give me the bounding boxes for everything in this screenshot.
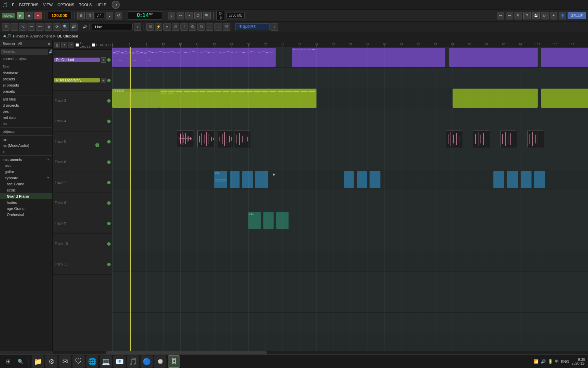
sidebar-item-x[interactable]: x (0, 149, 52, 155)
sidebar-item-presets[interactable]: presets (0, 76, 52, 82)
track-2-name[interactable]: Riser Laboratory (54, 78, 100, 82)
account-btn[interactable]: 👤 (559, 12, 566, 19)
track-row-2[interactable]: 和弦轨道 (112, 88, 588, 108)
undo-btn[interactable]: ↩ (497, 12, 504, 19)
track-3-block6[interactable] (473, 130, 489, 147)
mute-btn[interactable]: ◎ (45, 23, 52, 31)
add-pattern-btn[interactable]: + (134, 23, 141, 31)
sidebar-item-presets2[interactable]: presets (0, 88, 52, 94)
track-5-header[interactable]: Track 5 (53, 132, 112, 152)
sidebar-item-el-presets[interactable]: el presets (0, 82, 52, 88)
save-btn[interactable]: 💾 (532, 12, 540, 19)
sidebar-item-es[interactable]: es (0, 121, 52, 127)
horizontal-scrollbar[interactable] (53, 351, 588, 354)
grid-btn[interactable]: ⊟ (172, 23, 179, 31)
master-volume-knob[interactable] (112, 1, 120, 9)
track-4-block2[interactable] (230, 171, 240, 188)
track-5-block1[interactable]: 3 a.. (248, 212, 261, 229)
draw-btn[interactable]: ✏ (177, 12, 184, 19)
track-11-header[interactable]: Track 11 (53, 254, 112, 275)
metronome-btn[interactable]: ♩ (106, 12, 113, 19)
sidebar-item-d-projects[interactable]: d projects (0, 102, 52, 108)
taskbar-outlook[interactable]: 📧 (113, 355, 126, 368)
slice-btn[interactable]: ✂ (185, 12, 193, 19)
track-3-block5[interactable] (446, 130, 462, 147)
help-btn[interactable]: ? (523, 12, 531, 19)
track-8-header[interactable]: Track 8 (53, 193, 112, 213)
track-7-header[interactable]: Track 7 (53, 172, 112, 193)
zoom-btn[interactable]: 🔍 (203, 12, 211, 19)
sidebar-item-database[interactable]: database (0, 70, 52, 76)
sidebar-item-guitar[interactable]: guitar (0, 169, 52, 175)
track-1-header[interactable]: DL Clubbed + (53, 50, 112, 70)
mixer-view-btn[interactable]: ⊞ (146, 23, 154, 31)
play-button[interactable]: ▶ (17, 12, 24, 19)
sidebar-item-ard-files[interactable]: ard files (0, 96, 52, 102)
track-9-header[interactable]: Track 9 (53, 213, 112, 234)
track-1-name[interactable]: DL Clubbed (54, 58, 100, 62)
arrow-left-btn[interactable]: ← (206, 23, 213, 31)
menu-options[interactable]: OPTIONS (55, 2, 77, 7)
plugin-btn[interactable]: 🔌 (189, 23, 196, 31)
taskbar-media[interactable]: 🎵 (127, 355, 139, 368)
chord-display[interactable]: 主题和弦3 (235, 23, 270, 30)
menu-f[interactable]: F (10, 2, 16, 7)
sidebar-item-orchestral[interactable]: Orchestral (0, 212, 52, 218)
track-4-block1[interactable]: 3 a.. (214, 171, 227, 188)
sidebar-item-instruments[interactable]: instruments▼ (0, 156, 52, 163)
redo-btn[interactable]: ↪ (506, 12, 513, 19)
nav-prev-btn[interactable]: ◀ (3, 34, 5, 38)
step-sequencer-btn[interactable]: ⊞ (77, 12, 85, 19)
track-4-block4[interactable] (255, 171, 268, 188)
mixer-icon[interactable]: || (54, 42, 60, 48)
eq-btn[interactable]: ≡ (163, 23, 171, 31)
sidebar-item-ose-grand[interactable]: ose Grand (0, 181, 52, 187)
upload-button[interactable]: 连续上传 (568, 12, 586, 19)
track-2-block-main[interactable]: 和弦轨道 (112, 89, 160, 108)
sidebar-item-files[interactable]: files (0, 64, 52, 70)
sidebar-item-ns-modeaudio[interactable]: ns (ModeAudio) (0, 142, 52, 149)
snap-icon[interactable]: ✦ (61, 42, 67, 48)
taskbar-mail[interactable]: ✉ (59, 355, 71, 368)
track-1-block3[interactable] (449, 48, 538, 67)
menu-tools[interactable]: TOOLS (77, 2, 94, 7)
taskbar-settings[interactable]: ⚙ (45, 355, 58, 368)
track-4-header[interactable]: Track 4 (53, 111, 112, 132)
anchor-btn[interactable]: ⌥ (19, 23, 27, 31)
taskbar-file-explorer[interactable]: 📁 (32, 355, 44, 368)
track-3-block1[interactable] (177, 130, 194, 147)
track-5-block3[interactable] (276, 212, 289, 229)
taskbar-chrome[interactable]: 🔵 (141, 355, 153, 368)
track-5-block2[interactable] (263, 212, 274, 229)
track-3-block7[interactable] (500, 130, 517, 147)
loop-btn[interactable]: ↺ (115, 12, 122, 19)
zoom-btn2[interactable]: 🔍 (62, 23, 69, 31)
sidebar-item-grand-piano[interactable]: Grand Piano (0, 193, 52, 199)
render-btn[interactable]: ▷ (541, 12, 549, 19)
sidebar-item-objects[interactable]: objects (0, 128, 52, 135)
piano-roll-btn[interactable]: ⊞ (2, 23, 10, 31)
snap-grid-btn[interactable]: ⊡ (197, 23, 205, 31)
track-3-block2[interactable] (197, 130, 214, 147)
arrangement-label[interactable]: Arrangement (30, 34, 52, 38)
zcross-checkbox[interactable] (76, 43, 79, 47)
sidebar-item-ectric[interactable]: ectric (0, 187, 52, 193)
stop-button[interactable]: ■ (26, 12, 33, 19)
sidebar-item-ns[interactable]: ns (0, 136, 52, 142)
track-2-block4[interactable] (541, 89, 588, 108)
track-row-4[interactable]: 3 a.. ▶ (112, 170, 588, 190)
menu-view[interactable]: VIEW (41, 2, 55, 7)
track-2-header[interactable]: Riser Laboratory + (53, 70, 112, 91)
track-2-add-btn[interactable]: + (101, 78, 106, 83)
bpm-display[interactable]: 120.000 (48, 12, 71, 19)
track-4-block9[interactable] (507, 171, 518, 188)
browser-speaker-btn[interactable]: 🔊 (49, 49, 53, 54)
curve-btn[interactable]: 〜 (36, 23, 44, 31)
track-row-8[interactable] (112, 333, 588, 351)
select-btn[interactable]: ⬡ (194, 12, 202, 19)
scrollbar-thumb[interactable] (106, 351, 267, 354)
track-row-1[interactable] (112, 47, 588, 67)
line-pattern-select[interactable]: Line (92, 24, 133, 30)
sidebar-item-hodes[interactable]: hodes (0, 199, 52, 205)
track-1-block-main[interactable] (112, 48, 276, 67)
